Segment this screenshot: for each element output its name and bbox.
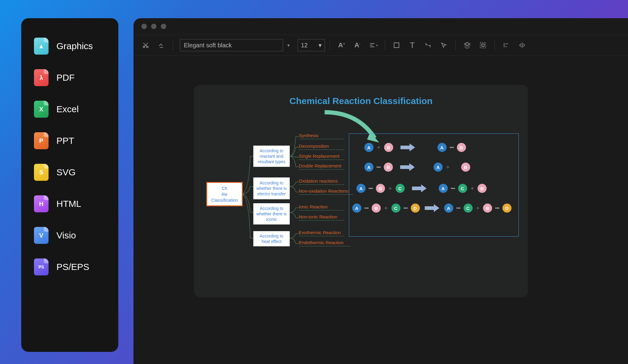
sidebar-item-graphics[interactable]: ▲Graphics (30, 30, 110, 62)
bond-icon (403, 207, 408, 209)
titlebar (133, 18, 628, 35)
sidebar-item-label: PS/EPS (56, 262, 89, 272)
sidebar-item-html[interactable]: HHTML (30, 188, 110, 220)
plus-icon: + (471, 185, 474, 192)
font-size-select[interactable]: 12▾ (298, 39, 325, 51)
molecule-b: B (457, 143, 466, 152)
mindmap-branch-node[interactable]: According to reactant and resultant type… (253, 146, 290, 167)
bond-icon (495, 207, 499, 209)
sidebar-item-visio[interactable]: VVisio (30, 220, 110, 251)
bond-icon (450, 147, 454, 148)
bond-icon (364, 207, 369, 209)
mindmap-leaf[interactable]: Exothermic Reaction (299, 230, 344, 236)
molecule-a: A (444, 204, 453, 213)
molecule-a: A (352, 204, 361, 213)
mindmap-root-node[interactable]: ChReClassification (206, 182, 243, 206)
reaction-row: A + B A B (364, 143, 466, 152)
plus-icon: + (389, 185, 392, 192)
graphics-icon: ▲ (33, 37, 49, 55)
molecule-a: A (364, 143, 373, 152)
text-tool-button[interactable]: T (406, 39, 419, 52)
molecule-b: B (384, 143, 393, 152)
reaction-illustration-panel[interactable]: A + B A B A B A + B A (349, 133, 519, 237)
mindmap-leaf[interactable]: Endothermic Reaction (299, 240, 350, 246)
mindmap-branch-node[interactable]: According to whether there is iconic (253, 203, 290, 224)
toolbar: Elegant soft black ▾ 12▾ A+ A- ▾ T (133, 35, 628, 56)
connector-tool-button[interactable] (421, 39, 435, 52)
layers-button[interactable] (461, 39, 474, 52)
sidebar-item-label: Excel (56, 104, 79, 114)
bond-icon (456, 207, 461, 209)
sidebar-item-label: Visio (56, 230, 76, 241)
molecule-a: A (356, 184, 366, 193)
molecule-b: B (384, 163, 393, 172)
sidebar-item-label: PPT (56, 136, 74, 146)
plus-icon: + (476, 205, 480, 211)
plus-icon: + (446, 164, 450, 170)
sidebar-item-pseps[interactable]: PSPS/EPS (30, 251, 110, 283)
mindmap-branch-node[interactable]: According to heat effect (253, 231, 290, 246)
window-close-icon[interactable] (141, 24, 147, 29)
editor-window: Elegant soft black ▾ 12▾ A+ A- ▾ T Chemi… (133, 18, 628, 364)
window-maximize-icon[interactable] (161, 24, 166, 29)
molecule-a: A (439, 184, 448, 193)
export-sidebar: ▲GraphicsλPDFXExcelPPPTSSVGHHTMLVVisioPS… (21, 18, 118, 352)
sidebar-item-label: HTML (56, 199, 81, 209)
reaction-arrow-icon (400, 163, 415, 171)
flip-button[interactable] (515, 39, 529, 52)
font-family-select[interactable]: Elegant soft black (180, 39, 283, 51)
reaction-arrow-icon (425, 204, 439, 212)
rectangle-tool-button[interactable] (390, 39, 403, 52)
molecule-c: C (464, 204, 473, 213)
svg-rect-2 (394, 43, 399, 48)
html-icon: H (33, 195, 49, 213)
mindmap-leaf[interactable]: Ionic Reaction (299, 204, 344, 211)
molecule-c: C (396, 184, 405, 193)
sidebar-item-label: PDF (56, 72, 75, 83)
ppt-icon: P (33, 132, 49, 150)
mindmap-leaf[interactable]: Oxidation reactions (299, 178, 344, 185)
align-objects-button[interactable] (500, 39, 513, 52)
reaction-row: A B + C D A C + B D (352, 204, 512, 213)
molecule-c: C (458, 184, 467, 193)
mindmap-leaf[interactable]: Non-ionic Reaction (299, 214, 344, 221)
excel-icon: X (33, 100, 49, 118)
reaction-arrow-icon (412, 184, 427, 192)
mindmap-leaf[interactable]: Single Replacement (299, 153, 344, 160)
mindmap-leaf[interactable]: Non-oxidation Reactions (299, 188, 353, 195)
molecule-d: D (502, 204, 512, 213)
dropdown-caret-icon[interactable]: ▾ (287, 42, 290, 48)
molecule-a: A (434, 163, 443, 172)
sidebar-item-pdf[interactable]: λPDF (30, 62, 110, 93)
svg-rect-4 (482, 44, 484, 46)
decrease-font-button[interactable]: A- (351, 39, 364, 52)
cut-button[interactable] (139, 39, 152, 52)
pdf-icon: λ (33, 69, 49, 87)
visio-icon: V (33, 226, 49, 244)
increase-font-button[interactable]: A+ (335, 39, 348, 52)
diagram-canvas[interactable]: Chemical Reaction Classification ChReCla… (194, 85, 528, 297)
molecule-a: A (364, 163, 373, 172)
molecule-b: B (483, 204, 492, 213)
sidebar-item-svg[interactable]: SSVG (30, 157, 110, 188)
diagram-title: Chemical Reaction Classification (200, 96, 522, 106)
sidebar-item-label: SVG (56, 167, 76, 177)
group-button[interactable] (476, 39, 490, 52)
mindmap-leaf[interactable]: Double Replacement (299, 163, 344, 170)
molecule-c: C (391, 204, 400, 213)
plus-icon: + (384, 205, 388, 211)
align-button[interactable]: ▾ (366, 39, 380, 52)
sidebar-item-ppt[interactable]: PPPT (30, 125, 110, 157)
window-minimize-icon[interactable] (151, 24, 157, 29)
mindmap-branch-node[interactable]: According to whether there is electro tr… (253, 177, 290, 199)
sidebar-item-label: Graphics (56, 41, 93, 51)
reaction-arrow-icon (400, 143, 415, 151)
reaction-row: A B + C A C + B (356, 184, 487, 193)
sidebar-item-excel[interactable]: XExcel (30, 93, 110, 125)
molecule-d: D (411, 204, 420, 213)
svg-icon: S (33, 163, 49, 181)
pointer-tool-button[interactable] (437, 39, 451, 52)
format-painter-button[interactable] (155, 39, 168, 52)
svg-rect-3 (480, 42, 486, 48)
molecule-b: B (372, 204, 381, 213)
